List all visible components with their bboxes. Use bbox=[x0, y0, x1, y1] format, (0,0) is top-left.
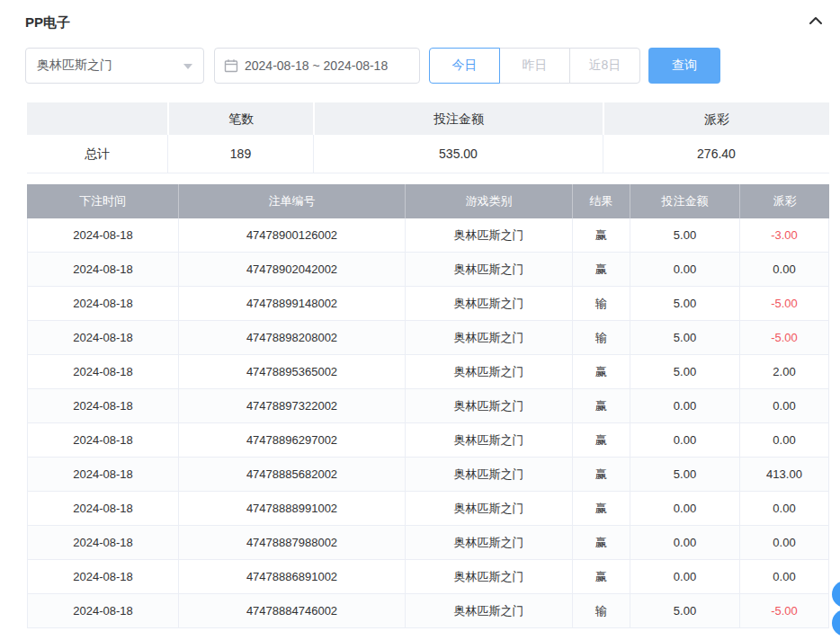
last-8-days-button[interactable]: 近8日 bbox=[569, 48, 640, 84]
summary-header-payout: 派彩 bbox=[603, 102, 829, 135]
cell-game-category: 奥林匹斯之门 bbox=[406, 560, 573, 594]
cell-order-id: 47478895365002 bbox=[179, 355, 406, 389]
cell-bet-time: 2024-08-18 bbox=[27, 389, 179, 423]
today-button[interactable]: 今日 bbox=[429, 48, 500, 84]
cell-order-id: 47478896297002 bbox=[179, 423, 406, 458]
summary-total-bet-amount: 535.00 bbox=[313, 135, 603, 173]
panel-header: PP电子 bbox=[0, 0, 840, 32]
cell-result: 赢 bbox=[573, 355, 630, 389]
header-game-category: 游戏类别 bbox=[406, 184, 573, 218]
summary-total-payout: 276.40 bbox=[603, 135, 829, 173]
query-button[interactable]: 查询 bbox=[648, 48, 720, 84]
cell-bet-time: 2024-08-18 bbox=[27, 526, 179, 560]
table-row: 2024-08-18 47478900126002 奥林匹斯之门 赢 5.00 … bbox=[27, 218, 829, 253]
cell-game-category: 奥林匹斯之门 bbox=[406, 253, 573, 287]
cell-order-id: 47478887988002 bbox=[179, 526, 406, 560]
summary-total-row: 总计 189 535.00 276.40 bbox=[27, 135, 829, 173]
cell-order-id: 47478885682002 bbox=[179, 458, 406, 492]
cell-game-category: 奥林匹斯之门 bbox=[406, 458, 573, 492]
cell-bet-time: 2024-08-18 bbox=[27, 355, 179, 389]
yesterday-button[interactable]: 昨日 bbox=[499, 48, 570, 84]
cell-bet-amount: 0.00 bbox=[630, 492, 740, 526]
cell-payout: 0.00 bbox=[740, 253, 829, 287]
cell-game-category: 奥林匹斯之门 bbox=[406, 355, 573, 389]
table-row: 2024-08-18 47478902042002 奥林匹斯之门 赢 0.00 … bbox=[27, 253, 829, 287]
cell-game-category: 奥林匹斯之门 bbox=[406, 321, 573, 355]
cell-bet-amount: 0.00 bbox=[630, 526, 740, 560]
cell-game-category: 奥林匹斯之门 bbox=[406, 287, 573, 321]
cell-payout: -3.00 bbox=[740, 218, 829, 253]
cell-result: 输 bbox=[573, 321, 630, 355]
cell-result: 赢 bbox=[573, 526, 630, 560]
header-payout: 派彩 bbox=[740, 184, 829, 218]
summary-header-count: 笔数 bbox=[167, 102, 313, 135]
table-header-row: 下注时间 注单编号 游戏类别 结果 投注金额 派彩 bbox=[27, 184, 829, 218]
header-bet-time: 下注时间 bbox=[27, 184, 179, 218]
table-row: 2024-08-18 47478898208002 奥林匹斯之门 输 5.00 … bbox=[27, 321, 829, 355]
cell-payout: -5.00 bbox=[740, 594, 829, 628]
cell-payout: 0.00 bbox=[740, 492, 829, 526]
calendar-icon bbox=[224, 58, 238, 73]
cell-result: 输 bbox=[573, 287, 630, 321]
cell-bet-time: 2024-08-18 bbox=[27, 423, 179, 458]
cell-order-id: 47478897322002 bbox=[179, 389, 406, 423]
cell-game-category: 奥林匹斯之门 bbox=[406, 526, 573, 560]
quick-date-button-group: 今日 昨日 近8日 bbox=[429, 48, 640, 84]
panel-title: PP电子 bbox=[25, 14, 70, 31]
table-row: 2024-08-18 47478884746002 奥林匹斯之门 输 5.00 … bbox=[27, 594, 829, 628]
summary-header-bet-amount: 投注金额 bbox=[313, 102, 603, 135]
chevron-up-icon bbox=[808, 14, 824, 31]
cell-result: 赢 bbox=[573, 389, 630, 423]
game-select-value: 奥林匹斯之门 bbox=[37, 58, 112, 74]
header-result: 结果 bbox=[573, 184, 630, 218]
collapse-button[interactable] bbox=[806, 13, 826, 32]
chevron-down-icon bbox=[183, 64, 192, 69]
cell-result: 输 bbox=[573, 594, 630, 628]
floating-button[interactable] bbox=[832, 609, 840, 636]
table-row: 2024-08-18 47478895365002 奥林匹斯之门 赢 5.00 … bbox=[27, 355, 829, 389]
cell-bet-amount: 5.00 bbox=[630, 218, 740, 253]
table-row: 2024-08-18 47478899148002 奥林匹斯之门 输 5.00 … bbox=[27, 287, 829, 321]
date-range-value: 2024-08-18 ~ 2024-08-18 bbox=[245, 58, 388, 73]
cell-bet-amount: 5.00 bbox=[630, 321, 740, 355]
cell-bet-time: 2024-08-18 bbox=[27, 492, 179, 526]
summary-header-row: 笔数 投注金额 派彩 bbox=[27, 102, 829, 135]
floating-button[interactable] bbox=[832, 581, 840, 608]
header-order-id: 注单编号 bbox=[179, 184, 406, 218]
cell-bet-amount: 5.00 bbox=[630, 594, 740, 628]
cell-order-id: 47478902042002 bbox=[179, 253, 406, 287]
cell-order-id: 47478884746002 bbox=[179, 594, 406, 628]
table-row: 2024-08-18 47478885682002 奥林匹斯之门 赢 5.00 … bbox=[27, 458, 829, 492]
table-row: 2024-08-18 47478896297002 奥林匹斯之门 赢 0.00 … bbox=[27, 423, 829, 458]
cell-game-category: 奥林匹斯之门 bbox=[406, 492, 573, 526]
cell-payout: 2.00 bbox=[740, 355, 829, 389]
cell-order-id: 47478886891002 bbox=[179, 560, 406, 594]
cell-bet-time: 2024-08-18 bbox=[27, 287, 179, 321]
cell-result: 赢 bbox=[573, 492, 630, 526]
cell-payout: -5.00 bbox=[740, 321, 829, 355]
header-bet-amount: 投注金额 bbox=[630, 184, 740, 218]
cell-bet-time: 2024-08-18 bbox=[27, 594, 179, 628]
cell-bet-amount: 5.00 bbox=[630, 458, 740, 492]
game-select[interactable]: 奥林匹斯之门 bbox=[25, 48, 204, 84]
cell-bet-time: 2024-08-18 bbox=[27, 218, 179, 253]
cell-order-id: 47478899148002 bbox=[179, 287, 406, 321]
cell-bet-time: 2024-08-18 bbox=[27, 253, 179, 287]
cell-result: 赢 bbox=[573, 560, 630, 594]
cell-payout: 0.00 bbox=[740, 389, 829, 423]
cell-result: 赢 bbox=[573, 253, 630, 287]
cell-order-id: 47478898208002 bbox=[179, 321, 406, 355]
summary-total-count: 189 bbox=[167, 135, 313, 173]
cell-order-id: 47478900126002 bbox=[179, 218, 406, 253]
cell-bet-time: 2024-08-18 bbox=[27, 321, 179, 355]
cell-game-category: 奥林匹斯之门 bbox=[406, 423, 573, 458]
date-range-picker[interactable]: 2024-08-18 ~ 2024-08-18 bbox=[214, 48, 420, 84]
summary-header-empty bbox=[27, 102, 167, 135]
cell-payout: 0.00 bbox=[740, 423, 829, 458]
table-body: 2024-08-18 47478900126002 奥林匹斯之门 赢 5.00 … bbox=[27, 218, 829, 628]
cell-bet-amount: 0.00 bbox=[630, 389, 740, 423]
cell-payout: 0.00 bbox=[740, 560, 829, 594]
cell-game-category: 奥林匹斯之门 bbox=[406, 594, 573, 628]
cell-order-id: 47478888991002 bbox=[179, 492, 406, 526]
bet-records-table: 下注时间 注单编号 游戏类别 结果 投注金额 派彩 2024-08-18 474… bbox=[27, 184, 829, 628]
